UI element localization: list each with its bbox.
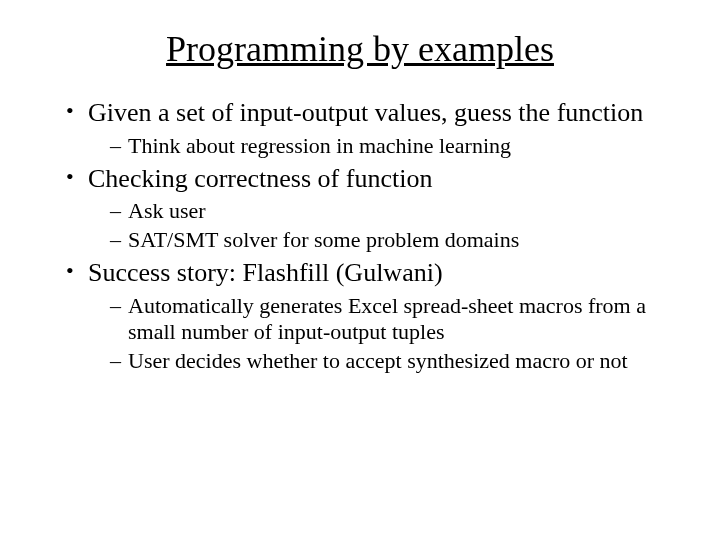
sub-list: Ask user SAT/SMT solver for some problem… [88,198,680,254]
list-item: Checking correctness of function Ask use… [66,164,680,254]
list-item: User decides whether to accept synthesiz… [110,348,680,375]
sub-list: Automatically generates Excel spread-she… [88,293,680,375]
slide-title: Programming by examples [40,28,680,70]
sub-bullet-text: SAT/SMT solver for some problem domains [128,227,519,252]
list-item: SAT/SMT solver for some problem domains [110,227,680,254]
list-item: Ask user [110,198,680,225]
list-item: Given a set of input-output values, gues… [66,98,680,160]
bullet-text: Given a set of input-output values, gues… [88,98,643,127]
sub-bullet-text: Automatically generates Excel spread-she… [128,293,646,345]
bullet-list: Given a set of input-output values, gues… [40,98,680,375]
list-item: Success story: Flashfill (Gulwani) Autom… [66,258,680,375]
sub-bullet-text: Ask user [128,198,206,223]
bullet-text: Success story: Flashfill (Gulwani) [88,258,443,287]
list-item: Think about regression in machine learni… [110,133,680,160]
list-item: Automatically generates Excel spread-she… [110,293,680,347]
sub-bullet-text: User decides whether to accept synthesiz… [128,348,628,373]
bullet-text: Checking correctness of function [88,164,432,193]
sub-bullet-text: Think about regression in machine learni… [128,133,511,158]
sub-list: Think about regression in machine learni… [88,133,680,160]
